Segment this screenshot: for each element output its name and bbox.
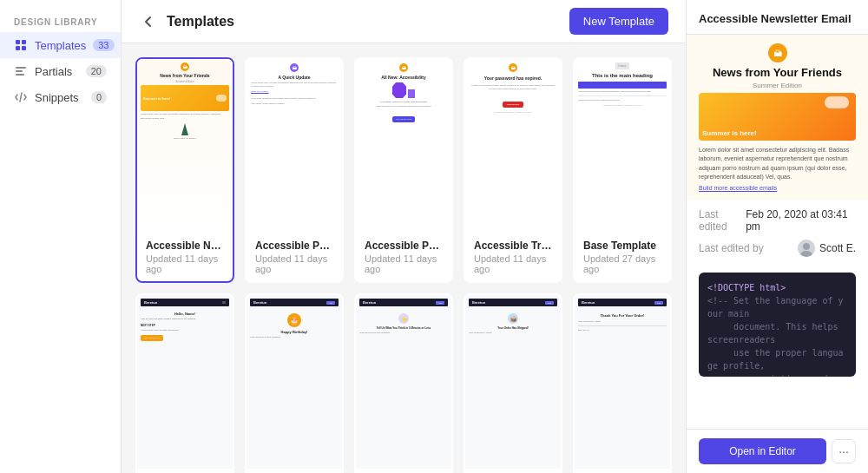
template-card-base[interactable]: Litmus This is the main heading Lorem ip…	[573, 57, 672, 283]
sidebar-item-templates[interactable]: Templates 33	[0, 32, 121, 58]
sidebar-item-snippets[interactable]: Snippets 0	[0, 84, 121, 110]
meta-last-edited-by-row: Last edited by Scott E.	[699, 240, 856, 257]
template-name-note: Accessible Personal Note	[255, 240, 333, 252]
template-thumb-beretun-order: Beretun Map 📦 Your Order Has Shipped! Or…	[465, 295, 561, 469]
preview-logo-circle: 🏔	[768, 43, 787, 62]
template-card-info-beretun-feedback: Beretun: Feedback Updated 11 days ago	[356, 469, 451, 473]
template-card-beretun-order[interactable]: Beretun Map 📦 Your Order Has Shipped! Or…	[464, 293, 562, 473]
avatar	[798, 240, 815, 257]
template-card-info-note: Accessible Personal Note Updated 11 days…	[247, 233, 342, 281]
template-name-newsletter: Accessible Newsletter E...	[146, 240, 224, 252]
sidebar-item-partials[interactable]: Partials 20	[0, 58, 121, 84]
template-grid: 🏔 News from Your Friends Summer Edition …	[135, 57, 672, 473]
last-edited-by-label: Last edited by	[699, 242, 764, 254]
main-area: Templates New Template 🏔 News from Your …	[122, 0, 686, 473]
template-updated-transactional: Updated 11 days ago	[474, 253, 552, 274]
partials-icon	[14, 64, 28, 78]
partials-badge: 20	[86, 65, 107, 77]
template-card-personal-note[interactable]: 🏔 A Quick Update Lorem ipsum dolor sit a…	[245, 57, 344, 283]
top-header: Templates New Template	[122, 0, 686, 43]
template-name-product: Accessible Product Anno...	[365, 240, 443, 252]
last-edited-by-user: Scott E.	[798, 240, 856, 257]
snippets-icon	[14, 90, 28, 104]
template-thumb-transactional: 🏔 Your password has expired. To keep you…	[465, 59, 561, 233]
templates-icon	[14, 38, 28, 52]
code-preview: <!DOCTYPE html> <!-- Set the language of…	[699, 273, 856, 377]
sidebar-section-label: DESIGN LIBRARY	[0, 10, 121, 32]
preview-subtitle: Summer Edition	[699, 82, 856, 89]
template-card-accessible-newsletter[interactable]: 🏔 News from Your Friends Summer Edition …	[135, 57, 234, 283]
template-card-beretun-feedback[interactable]: Beretun Map ⭐ Tell Us What You Think in …	[354, 293, 453, 473]
svg-rect-4	[16, 67, 26, 69]
svg-rect-6	[16, 74, 24, 76]
svg-line-7	[20, 93, 22, 102]
svg-rect-2	[16, 46, 20, 50]
last-edited-value: Feb 20, 2020 at 03:41 pm	[746, 208, 856, 233]
template-thumb-beretun-receipt: Beretun Map Thank You For Your Order! Or…	[575, 295, 670, 469]
preview-newsletter-thumb: 🏔 News from Your Friends Summer Edition …	[687, 35, 868, 200]
template-thumb-newsletter: 🏔 News from Your Friends Summer Edition …	[137, 59, 233, 233]
meta-last-edited-row: Last edited Feb 20, 2020 at 03:41 pm	[699, 208, 856, 233]
open-in-editor-button[interactable]: Open in Editor	[699, 438, 826, 464]
top-header-left: Templates	[139, 12, 234, 31]
user-name: Scott E.	[819, 242, 856, 254]
template-updated-newsletter: Updated 11 days ago	[146, 253, 224, 274]
right-panel-preview: 🏔 News from Your Friends Summer Edition …	[687, 35, 868, 429]
template-card-transactional[interactable]: 🏔 Your password has expired. To keep you…	[464, 57, 562, 283]
template-thumb-base: Litmus This is the main heading Lorem ip…	[575, 59, 670, 233]
template-name-transactional: Accessible Transactional ...	[474, 240, 552, 252]
new-template-button[interactable]: New Template	[569, 8, 668, 35]
template-card-product[interactable]: 🏔 All New: Accessibility Accessibility b…	[354, 57, 453, 283]
template-card-info-base: Base Template Updated 27 days ago	[575, 233, 670, 281]
preview-banner: Summer is here!	[699, 93, 856, 141]
svg-rect-0	[16, 40, 20, 44]
sidebar-item-snippets-label: Snippets	[35, 91, 79, 104]
sidebar-item-partials-label: Partials	[35, 65, 72, 78]
template-updated-note: Updated 11 days ago	[255, 253, 333, 274]
svg-rect-5	[16, 70, 23, 72]
template-updated-base: Updated 27 days ago	[583, 253, 661, 274]
preview-body-text: Lorem dolor sit amet consectetur adipisc…	[699, 146, 856, 182]
back-button[interactable]	[139, 12, 158, 31]
template-name-base: Base Template	[583, 240, 661, 252]
template-grid-area: 🏔 News from Your Friends Summer Edition …	[122, 43, 686, 473]
template-card-beretun-account[interactable]: Beretun Hello, Name! Your account has be…	[135, 293, 234, 473]
sidebar-item-templates-label: Templates	[35, 39, 86, 52]
preview-link[interactable]: Build more accessible emails	[699, 185, 856, 191]
template-card-info-product: Accessible Product Anno... Updated 11 da…	[356, 233, 451, 281]
svg-rect-1	[22, 40, 26, 44]
svg-point-9	[803, 243, 810, 250]
svg-rect-3	[22, 46, 26, 50]
template-card-info-beretun-birthday: Beretun: Birthday Updated 11 days ago	[247, 469, 342, 473]
template-updated-product: Updated 11 days ago	[365, 253, 443, 274]
last-edited-label: Last edited	[699, 208, 746, 233]
right-panel-title: Accessible Newsletter Email	[699, 12, 856, 25]
template-card-info-beretun-receipt: Beretun: Receipt Updated 11 days ago	[575, 469, 670, 473]
sidebar: DESIGN LIBRARY Templates 33 Partials 20	[0, 0, 122, 473]
template-thumb-beretun-birthday: Beretun Map 🎂 Happy Birthday! Lorem ipsu…	[247, 295, 342, 469]
templates-badge: 33	[93, 39, 114, 51]
template-card-info-beretun-order: Beretun: Order Shipped Updated 11 days a…	[465, 469, 561, 473]
template-thumb-note: 🏔 A Quick Update Lorem ipsum dolor sit a…	[247, 59, 342, 233]
right-panel-header: Accessible Newsletter Email	[687, 0, 868, 35]
preview-headline: News from Your Friends	[699, 66, 856, 80]
more-options-button[interactable]: ···	[832, 439, 856, 463]
template-card-beretun-receipt[interactable]: Beretun Map Thank You For Your Order! Or…	[573, 293, 672, 473]
snippets-badge: 0	[91, 91, 107, 103]
template-card-beretun-birthday[interactable]: Beretun Map 🎂 Happy Birthday! Lorem ipsu…	[245, 293, 344, 473]
template-thumb-beretun-feedback: Beretun Map ⭐ Tell Us What You Think in …	[356, 295, 451, 469]
preview-meta: Last edited Feb 20, 2020 at 03:41 pm Las…	[687, 200, 868, 273]
template-thumb-beretun-account: Beretun Hello, Name! Your account has be…	[137, 295, 233, 469]
preview-cloud	[825, 96, 849, 108]
template-thumb-product: 🏔 All New: Accessibility Accessibility b…	[356, 59, 451, 233]
right-panel-footer: Open in Editor ···	[687, 429, 868, 473]
preview-summer-text: Summer is here!	[702, 129, 757, 137]
right-panel: Accessible Newsletter Email 🏔 News from …	[686, 0, 868, 473]
page-title: Templates	[167, 14, 234, 30]
template-card-info-newsletter: Accessible Newsletter E... Updated 11 da…	[137, 233, 233, 281]
template-card-info-beretun-account: Beretun: Account Created Updated 11 days…	[137, 469, 233, 473]
template-card-info-transactional: Accessible Transactional ... Updated 11 …	[465, 233, 561, 281]
